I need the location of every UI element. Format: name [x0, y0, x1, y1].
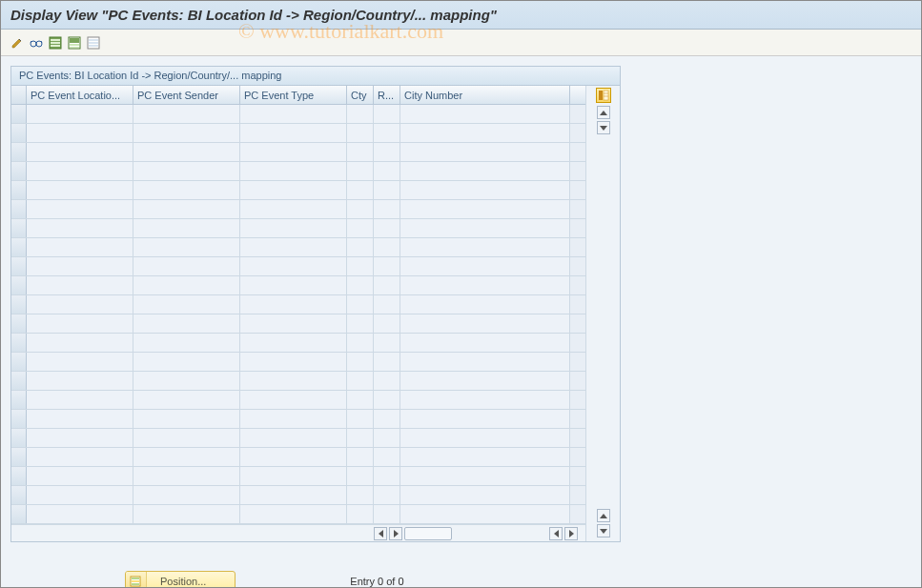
- table-cell[interactable]: [240, 162, 347, 180]
- table-cell[interactable]: [347, 467, 374, 485]
- table-cell[interactable]: [374, 181, 400, 199]
- table-cell[interactable]: [400, 429, 570, 447]
- table-cell[interactable]: [240, 200, 347, 218]
- table-cell[interactable]: [240, 276, 347, 294]
- table-cell[interactable]: [374, 353, 400, 371]
- row-selector[interactable]: [11, 219, 27, 237]
- table-cell[interactable]: [347, 429, 374, 447]
- table-cell[interactable]: [347, 162, 374, 180]
- row-selector[interactable]: [11, 200, 27, 218]
- table-cell[interactable]: [27, 391, 133, 409]
- table-cell[interactable]: [400, 295, 570, 314]
- table-cell[interactable]: [27, 295, 133, 314]
- table-cell[interactable]: [374, 486, 400, 504]
- table-cell[interactable]: [133, 334, 240, 352]
- table-cell[interactable]: [133, 391, 240, 409]
- table-cell[interactable]: [27, 467, 133, 485]
- row-selector[interactable]: [11, 486, 27, 504]
- table-cell[interactable]: [240, 486, 347, 504]
- row-selector[interactable]: [11, 181, 27, 199]
- table-cell[interactable]: [133, 181, 240, 199]
- table-cell[interactable]: [374, 410, 400, 428]
- table-cell[interactable]: [240, 372, 347, 390]
- table-cell[interactable]: [27, 105, 133, 123]
- table-cell[interactable]: [133, 124, 240, 142]
- table-cell[interactable]: [374, 448, 400, 466]
- table-cell[interactable]: [240, 410, 347, 428]
- table-settings-icon[interactable]: [596, 88, 611, 103]
- row-selector[interactable]: [11, 105, 27, 123]
- table-cell[interactable]: [347, 105, 374, 123]
- row-selector[interactable]: [11, 314, 27, 333]
- table-cell[interactable]: [374, 276, 400, 294]
- table-cell[interactable]: [400, 105, 570, 123]
- table-cell[interactable]: [133, 200, 240, 218]
- row-selector[interactable]: [11, 124, 27, 142]
- table-cell[interactable]: [133, 353, 240, 371]
- table-cell[interactable]: [27, 257, 133, 275]
- row-selector[interactable]: [11, 334, 27, 352]
- table-cell[interactable]: [27, 143, 133, 161]
- table-cell[interactable]: [133, 162, 240, 180]
- table-cell[interactable]: [347, 486, 374, 504]
- table-cell[interactable]: [27, 353, 133, 371]
- table-cell[interactable]: [27, 314, 133, 333]
- table-cell[interactable]: [27, 334, 133, 352]
- table-cell[interactable]: [240, 181, 347, 199]
- scroll-right-icon[interactable]: [389, 527, 402, 540]
- select-block-icon[interactable]: [66, 33, 83, 52]
- table-cell[interactable]: [400, 486, 570, 504]
- position-button[interactable]: Position...: [125, 571, 236, 588]
- table-cell[interactable]: [347, 143, 374, 161]
- table-cell[interactable]: [347, 505, 374, 523]
- row-selector[interactable]: [11, 162, 27, 180]
- scroll-left-icon[interactable]: [374, 527, 387, 540]
- table-cell[interactable]: [240, 391, 347, 409]
- table-cell[interactable]: [240, 257, 347, 275]
- table-cell[interactable]: [347, 238, 374, 256]
- table-cell[interactable]: [347, 257, 374, 275]
- column-header[interactable]: City Number: [400, 86, 570, 104]
- table-cell[interactable]: [347, 410, 374, 428]
- table-cell[interactable]: [133, 105, 240, 123]
- table-cell[interactable]: [133, 448, 240, 466]
- table-cell[interactable]: [374, 200, 400, 218]
- table-cell[interactable]: [240, 505, 347, 523]
- hscroll-track[interactable]: [404, 527, 452, 540]
- row-selector[interactable]: [11, 505, 27, 523]
- table-cell[interactable]: [374, 505, 400, 523]
- row-selector[interactable]: [11, 448, 27, 466]
- table-cell[interactable]: [374, 391, 400, 409]
- select-all-corner[interactable]: [11, 86, 27, 104]
- table-cell[interactable]: [374, 124, 400, 142]
- table-cell[interactable]: [400, 314, 570, 333]
- table-cell[interactable]: [133, 486, 240, 504]
- toggle-edit-icon[interactable]: [9, 33, 26, 52]
- table-cell[interactable]: [133, 410, 240, 428]
- table-cell[interactable]: [133, 257, 240, 275]
- table-cell[interactable]: [374, 467, 400, 485]
- table-cell[interactable]: [240, 353, 347, 371]
- table-cell[interactable]: [240, 429, 347, 447]
- table-cell[interactable]: [400, 200, 570, 218]
- table-cell[interactable]: [400, 276, 570, 294]
- table-cell[interactable]: [400, 467, 570, 485]
- deselect-all-icon[interactable]: [85, 33, 102, 52]
- table-cell[interactable]: [240, 105, 347, 123]
- table-cell[interactable]: [133, 467, 240, 485]
- table-cell[interactable]: [27, 486, 133, 504]
- table-cell[interactable]: [347, 391, 374, 409]
- column-header[interactable]: PC Event Type: [240, 86, 347, 104]
- table-cell[interactable]: [374, 105, 400, 123]
- table-cell[interactable]: [347, 353, 374, 371]
- table-cell[interactable]: [400, 219, 570, 237]
- table-cell[interactable]: [133, 238, 240, 256]
- row-selector[interactable]: [11, 372, 27, 390]
- table-cell[interactable]: [240, 219, 347, 237]
- table-cell[interactable]: [133, 429, 240, 447]
- table-cell[interactable]: [240, 124, 347, 142]
- table-cell[interactable]: [374, 162, 400, 180]
- table-cell[interactable]: [400, 410, 570, 428]
- table-cell[interactable]: [400, 124, 570, 142]
- table-cell[interactable]: [347, 124, 374, 142]
